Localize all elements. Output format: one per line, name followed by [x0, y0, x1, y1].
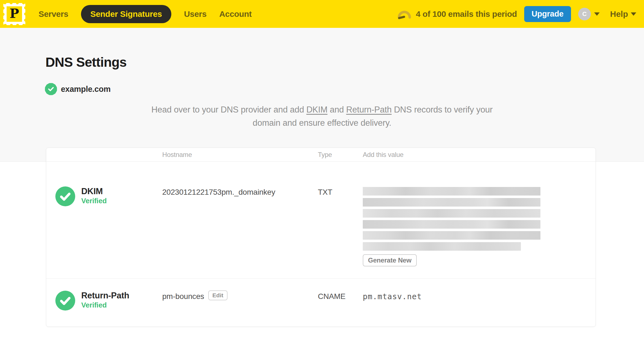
- top-nav: P Servers Sender Signatures Users Accoun…: [0, 0, 644, 28]
- domain-name: example.com: [61, 85, 110, 94]
- header-type: Type: [318, 151, 363, 159]
- postmark-stamp-icon: P: [7, 6, 22, 22]
- dkim-link[interactable]: DKIM: [306, 105, 328, 114]
- redacted-line: [363, 220, 540, 229]
- table-row-return-path: Return-Path Verified pm-bounces Edit CNA…: [46, 279, 596, 327]
- upgrade-button[interactable]: Upgrade: [524, 6, 571, 22]
- status-badge: Verified: [81, 301, 129, 310]
- nav-item-account[interactable]: Account: [219, 9, 252, 19]
- table-row-dkim: DKIM Verified 20230121221753pm._domainke…: [46, 162, 596, 279]
- table-header-row: Hostname Type Add this value: [46, 148, 596, 162]
- redacted-line: [363, 231, 540, 240]
- nav-item-users[interactable]: Users: [184, 9, 207, 19]
- hostname-value: 20230121221753pm._domainkey: [162, 188, 275, 197]
- usage-text: 4 of 100 emails this period: [416, 9, 517, 19]
- return-path-value: pm.mtasv.net: [363, 291, 586, 327]
- help-menu[interactable]: Help: [610, 9, 636, 19]
- nav-items: Servers Sender Signatures Users Account: [39, 5, 252, 23]
- page-title: DNS Settings: [45, 55, 126, 70]
- header-add-this-value: Add this value: [363, 151, 586, 159]
- return-path-hostname: pm-bounces Edit: [162, 291, 318, 327]
- return-path-status-cell: Return-Path Verified: [55, 291, 162, 327]
- intro-part1: Head over to your DNS provider and add: [151, 105, 307, 114]
- redacted-line: [363, 242, 521, 251]
- dkim-status-cell: DKIM Verified: [55, 186, 162, 278]
- dkim-value-cell: Generate New: [363, 186, 586, 278]
- redacted-line: [363, 198, 540, 207]
- logo-letter: P: [10, 7, 19, 21]
- hostname-value: pm-bounces: [162, 292, 204, 301]
- nav-item-servers[interactable]: Servers: [39, 9, 68, 19]
- dns-records-card: Hostname Type Add this value DKIM Verifi…: [46, 148, 596, 327]
- dns-settings-page: P Servers Sender Signatures Users Accoun…: [0, 0, 644, 337]
- gauge-icon: [397, 9, 412, 19]
- verified-check-icon: [55, 186, 75, 206]
- nav-right: 4 of 100 emails this period Upgrade C He…: [397, 6, 636, 22]
- generate-new-button[interactable]: Generate New: [363, 254, 417, 266]
- redacted-line: [363, 187, 540, 196]
- postmark-logo[interactable]: P: [3, 3, 25, 25]
- header-hostname: Hostname: [162, 151, 318, 159]
- chevron-down-icon: [631, 12, 636, 16]
- dkim-hostname: 20230121221753pm._domainkey: [162, 186, 318, 278]
- verified-check-icon: [55, 291, 75, 311]
- usage-meter[interactable]: 4 of 100 emails this period: [397, 9, 517, 19]
- dkim-value-redacted: [363, 187, 540, 251]
- avatar[interactable]: C: [578, 8, 591, 20]
- edit-button[interactable]: Edit: [208, 290, 228, 300]
- dkim-type: TXT: [318, 186, 363, 278]
- verified-domain: example.com: [45, 83, 110, 95]
- help-label: Help: [610, 9, 628, 19]
- record-name: DKIM: [81, 186, 107, 196]
- nav-item-sender-signatures[interactable]: Sender Signatures: [81, 5, 171, 23]
- chevron-down-icon: [594, 12, 600, 16]
- account-menu[interactable]: C: [578, 8, 600, 20]
- intro-part2: and: [328, 105, 346, 114]
- return-path-link[interactable]: Return-Path: [346, 105, 392, 114]
- intro-text: Head over to your DNS provider and add D…: [148, 103, 496, 130]
- return-path-type: CNAME: [318, 291, 363, 327]
- redacted-line: [363, 209, 540, 218]
- status-badge: Verified: [81, 196, 107, 205]
- record-name: Return-Path: [81, 291, 129, 301]
- verified-seal-icon: [45, 83, 57, 95]
